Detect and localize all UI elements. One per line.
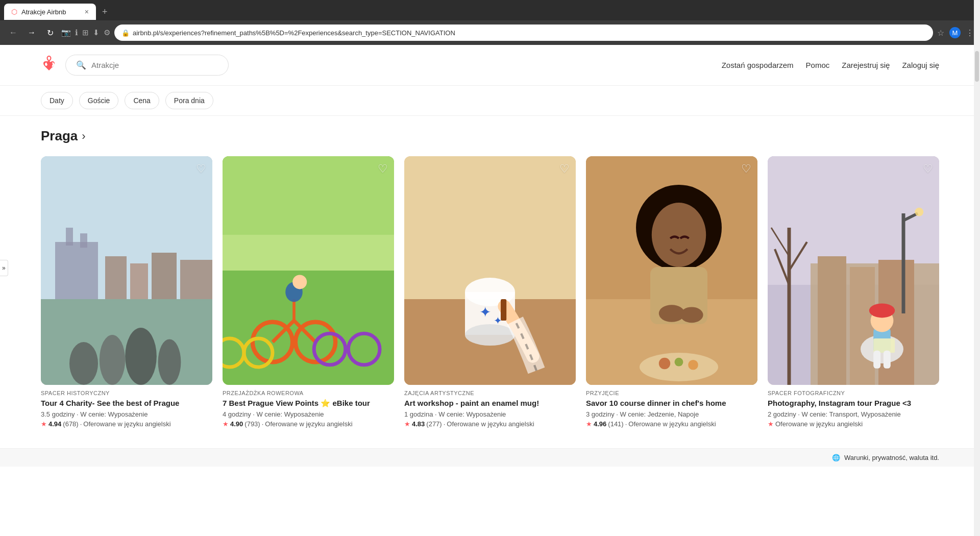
sidebar-toggle-button[interactable]: » bbox=[0, 260, 8, 276]
help-link[interactable]: Pomoc bbox=[806, 61, 830, 69]
svg-rect-5 bbox=[80, 233, 87, 248]
browser-icon-5[interactable]: ⚙ bbox=[104, 28, 110, 37]
svg-rect-55 bbox=[850, 267, 875, 385]
section-title: Praga › bbox=[41, 128, 939, 144]
card-3-language: Oferowane w języku angielski bbox=[447, 420, 534, 428]
browser-icon-3[interactable]: ⊞ bbox=[82, 28, 89, 37]
tab-title: Atrakcje Airbnb bbox=[21, 8, 66, 16]
card-1-wishlist-button[interactable]: ♡ bbox=[196, 162, 206, 176]
card-1-language: Oferowane w języku angielski bbox=[83, 420, 170, 428]
footer-text[interactable]: Warunki, prywatność, waluta itd. bbox=[844, 454, 939, 461]
card-3-image-wrapper: ✦ ✦ ♡ bbox=[404, 156, 576, 385]
search-input[interactable] bbox=[91, 61, 218, 69]
card-1[interactable]: ♡ SPACER HISTORYCZNY Tour 4 Charity- See… bbox=[41, 156, 212, 428]
card-2-wishlist-button[interactable]: ♡ bbox=[378, 162, 388, 176]
card-4-separator: · bbox=[625, 420, 627, 428]
filter-time-button[interactable]: Pora dnia bbox=[165, 92, 213, 109]
card-1-separator: · bbox=[80, 420, 82, 428]
card-4-wishlist-button[interactable]: ♡ bbox=[741, 162, 751, 176]
new-tab-button[interactable]: + bbox=[98, 7, 112, 17]
filter-dates-button[interactable]: Daty bbox=[41, 92, 73, 109]
browser-action-icons: ☆ M ⋮ bbox=[937, 27, 974, 38]
card-1-rating: ★ 4.94 (678) · Oferowane w języku angiel… bbox=[41, 420, 212, 428]
bookmark-icon[interactable]: ☆ bbox=[937, 28, 944, 38]
card-3[interactable]: ✦ ✦ ♡ ZAJĘCIA ARTYSTYCZNE Art workshop -… bbox=[404, 156, 576, 428]
card-2-language: Oferowane w języku angielski bbox=[265, 420, 352, 428]
login-link[interactable]: Zaloguj się bbox=[902, 61, 939, 69]
card-1-title: Tour 4 Charity- See the best of Prague bbox=[41, 398, 212, 408]
cards-grid: ♡ SPACER HISTORYCZNY Tour 4 Charity- See… bbox=[41, 156, 939, 428]
app-header: 🔍 Zostań gospodarzem Pomoc Zarejestruj s… bbox=[0, 45, 980, 86]
svg-point-10 bbox=[69, 342, 98, 385]
search-box[interactable]: 🔍 bbox=[65, 55, 229, 76]
svg-point-23 bbox=[292, 275, 307, 289]
card-2-title: 7 Best Prague View Points ⭐ eBike tour bbox=[223, 398, 394, 408]
card-4-review-count: (141) bbox=[608, 420, 623, 428]
svg-rect-4 bbox=[66, 228, 73, 246]
card-5-image bbox=[768, 156, 939, 385]
back-button[interactable]: ← bbox=[6, 26, 20, 40]
card-2-review-count: (793) bbox=[244, 420, 260, 428]
card-3-category: ZAJĘCIA ARTYSTYCZNE bbox=[404, 390, 576, 396]
scrollbar-thumb[interactable] bbox=[975, 51, 979, 82]
register-link[interactable]: Zarejestruj się bbox=[842, 61, 890, 69]
card-3-image: ✦ ✦ bbox=[404, 156, 576, 385]
card-5-body: SPACER FOTOGRAFICZNY Photography, Instag… bbox=[768, 385, 939, 428]
card-1-category: SPACER HISTORYCZNY bbox=[41, 390, 212, 396]
address-bar[interactable]: 🔒 airbnb.pl/s/experiences?refinement_pat… bbox=[114, 25, 933, 41]
card-4-language: Oferowane w języku angielski bbox=[628, 420, 716, 428]
card-1-body: SPACER HISTORYCZNY Tour 4 Charity- See t… bbox=[41, 385, 212, 428]
card-3-star: ★ bbox=[404, 420, 410, 428]
svg-rect-1 bbox=[41, 299, 212, 385]
browser-tab-active[interactable]: ⬡ Atrakcje Airbnb × bbox=[4, 4, 96, 20]
menu-icon[interactable]: ⋮ bbox=[966, 28, 974, 38]
card-3-title: Art workshop - paint an enamel mug! bbox=[404, 398, 576, 408]
browser-icon-2[interactable]: ℹ bbox=[75, 28, 78, 37]
card-4-body: PRZYJĘCIE Savor 10 course dinner in chef… bbox=[586, 385, 757, 428]
filter-guests-button[interactable]: Goście bbox=[79, 92, 119, 109]
section-title-text: Praga bbox=[41, 128, 78, 144]
page-scrollbar[interactable] bbox=[974, 0, 980, 467]
refresh-button[interactable]: ↻ bbox=[43, 26, 57, 40]
svg-point-43 bbox=[640, 353, 718, 381]
extension-icon[interactable]: M bbox=[949, 27, 961, 38]
svg-rect-66 bbox=[884, 351, 891, 369]
svg-point-45 bbox=[675, 358, 683, 367]
svg-rect-65 bbox=[873, 351, 880, 369]
card-4[interactable]: ♡ PRZYJĘCIE Savor 10 course dinner in ch… bbox=[586, 156, 757, 428]
tab-close-button[interactable]: × bbox=[85, 8, 89, 16]
become-host-link[interactable]: Zostań gospodarzem bbox=[722, 61, 794, 69]
card-3-separator: · bbox=[444, 420, 446, 428]
svg-rect-9 bbox=[180, 260, 212, 299]
svg-point-12 bbox=[125, 328, 157, 385]
airbnb-logo[interactable] bbox=[41, 55, 57, 76]
tab-favicon: ⬡ bbox=[11, 8, 17, 16]
footer-bar: 🌐 Warunki, prywatność, waluta itd. bbox=[0, 448, 980, 467]
svg-rect-7 bbox=[130, 263, 148, 299]
filter-price-button[interactable]: Cena bbox=[125, 92, 159, 109]
forward-button[interactable]: → bbox=[24, 26, 39, 40]
card-5[interactable]: ♡ SPACER FOTOGRAFICZNY Photography, Inst… bbox=[768, 156, 939, 428]
card-5-image-wrapper: ♡ bbox=[768, 156, 939, 385]
svg-rect-8 bbox=[152, 253, 177, 299]
card-1-image-wrapper: ♡ bbox=[41, 156, 212, 385]
card-3-review-count: (277) bbox=[426, 420, 442, 428]
card-2-image bbox=[223, 156, 394, 385]
svg-text:✦: ✦ bbox=[479, 304, 491, 320]
card-2-rating: ★ 4.90 (793) · Oferowane w języku angiel… bbox=[223, 420, 394, 428]
browser-tab-bar: ⬡ Atrakcje Airbnb × + bbox=[0, 0, 980, 20]
card-3-wishlist-button[interactable]: ♡ bbox=[559, 162, 570, 176]
browser-icon-1[interactable]: 📷 bbox=[61, 28, 71, 37]
browser-icon-4[interactable]: ⬇ bbox=[93, 28, 100, 37]
address-text: airbnb.pl/s/experiences?refinement_paths… bbox=[133, 29, 455, 37]
svg-point-39 bbox=[652, 203, 706, 267]
lock-icon: 🔒 bbox=[121, 29, 130, 37]
section-chevron[interactable]: › bbox=[82, 130, 85, 143]
svg-point-42 bbox=[680, 307, 703, 323]
card-4-image bbox=[586, 156, 757, 385]
card-5-wishlist-button[interactable]: ♡ bbox=[923, 162, 933, 176]
globe-icon: 🌐 bbox=[832, 454, 840, 461]
card-2[interactable]: ♡ PRZEJAŻDŻKA ROWEROWA 7 Best Prague Vie… bbox=[223, 156, 394, 428]
svg-point-46 bbox=[688, 360, 698, 370]
card-4-title: Savor 10 course dinner in chef's home bbox=[586, 398, 757, 408]
